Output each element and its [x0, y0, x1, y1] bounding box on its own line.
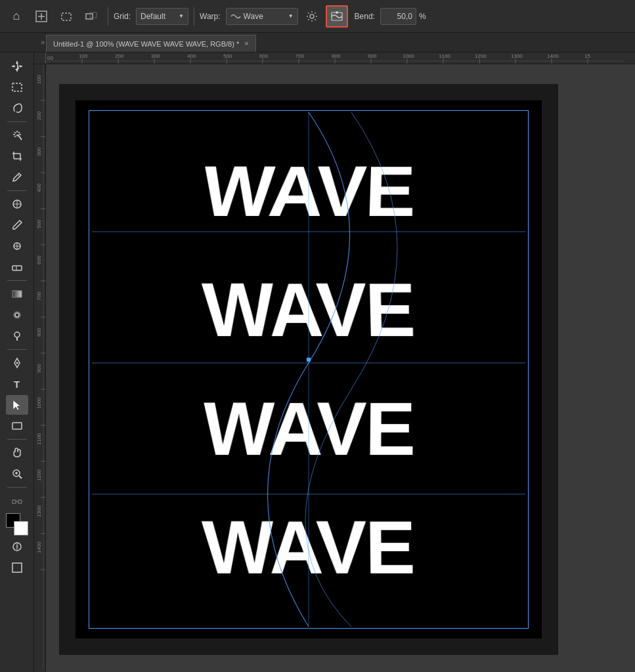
ruler-ticks: 00 100 200 300 400 500 600 700 8: [46, 52, 635, 64]
svg-text:100: 100: [36, 75, 42, 84]
move-tool-button[interactable]: [6, 56, 28, 76]
svg-text:1400: 1400: [36, 541, 42, 553]
transform-btn[interactable]: [80, 5, 102, 28]
brush-button[interactable]: [6, 215, 28, 235]
horizontal-ruler: 00 100 200 300 400 500 600 700 8: [34, 52, 635, 64]
marquee-tool-button[interactable]: [6, 77, 28, 97]
pen-icon: [11, 357, 23, 369]
marquee-tool-icon: [11, 81, 23, 93]
svg-text:700: 700: [36, 291, 42, 301]
magic-wand-button[interactable]: [6, 125, 28, 145]
svg-text:700: 700: [296, 53, 305, 59]
svg-line-26: [14, 136, 16, 137]
svg-line-31: [18, 175, 20, 177]
grid-dropdown[interactable]: Default ▼: [136, 8, 188, 25]
screen-mode-icon: [11, 562, 23, 574]
warp-label: Warp:: [200, 12, 221, 21]
crop-tool-button[interactable]: [6, 146, 28, 166]
clone-button[interactable]: [6, 236, 28, 256]
v-ruler-svg: 100 200 300 400 500 600 700 800: [34, 64, 46, 668]
shape-button[interactable]: [6, 416, 28, 436]
hand-icon: [11, 447, 23, 459]
eraser-icon: [11, 261, 23, 273]
type-button[interactable]: T: [6, 374, 28, 394]
gradient-button[interactable]: [6, 284, 28, 304]
document-tab[interactable]: Untitled-1 @ 100% (WAVE WAVE WAVE WAVE, …: [46, 35, 256, 52]
extra-tool-1[interactable]: [6, 491, 28, 511]
canvas-scroll[interactable]: WAVE WAVE WAVE WAVE: [46, 64, 635, 672]
svg-text:500: 500: [36, 219, 42, 228]
bend-unit: %: [419, 12, 426, 21]
tab-close-button[interactable]: ×: [244, 40, 248, 47]
quick-mask-button[interactable]: [6, 537, 28, 556]
wave-row-2: WAVE: [76, 272, 538, 348]
svg-text:800: 800: [332, 53, 341, 59]
home-button[interactable]: ⌂: [5, 5, 28, 28]
dodge-button[interactable]: [6, 326, 28, 346]
move-tool-btn[interactable]: [30, 5, 53, 28]
tab-bar: » Untitled-1 @ 100% (WAVE WAVE WAVE WAVE…: [0, 33, 635, 52]
wave-text-3: WAVE: [202, 391, 414, 467]
wave-row-4: WAVE: [76, 510, 540, 589]
svg-text:500: 500: [223, 53, 232, 59]
svg-point-43: [14, 332, 20, 337]
screen-mode-button[interactable]: [6, 558, 28, 578]
svg-line-19: [18, 135, 22, 140]
svg-point-45: [16, 362, 18, 364]
pen-button[interactable]: [6, 353, 28, 373]
svg-marker-15: [20, 65, 22, 68]
svg-text:1300: 1300: [511, 53, 523, 59]
svg-text:1300: 1300: [36, 505, 42, 517]
lasso-tool-icon: [11, 102, 23, 114]
eyedropper-button[interactable]: [6, 167, 28, 187]
brush-icon: [11, 219, 23, 231]
separator-1: [108, 7, 108, 26]
warp-settings-button[interactable]: [301, 5, 323, 28]
gradient-icon: [11, 288, 23, 300]
svg-line-24: [14, 132, 16, 133]
color-swatches[interactable]: [6, 513, 28, 536]
patch-button[interactable]: [6, 194, 28, 214]
tool-sep-2: [7, 190, 27, 191]
pointer-button[interactable]: [6, 395, 28, 415]
svg-text:1000: 1000: [36, 397, 42, 409]
canvas-with-ruler: 100 200 300 400 500 600 700 800: [34, 64, 635, 672]
crop-tool-icon: [11, 150, 23, 162]
svg-rect-4: [86, 14, 93, 19]
svg-point-6: [310, 14, 314, 18]
selection-handle: [307, 358, 311, 362]
warp-type-button[interactable]: [326, 5, 348, 28]
eraser-button[interactable]: [6, 257, 28, 277]
rect-select-btn[interactable]: [55, 5, 77, 28]
svg-marker-16: [16, 61, 18, 64]
extra-icon-1: [11, 495, 23, 507]
canvas-area: 00 100 200 300 400 500 600 700 8: [34, 52, 635, 672]
svg-text:15: 15: [584, 53, 590, 59]
vertical-ruler: 100 200 300 400 500 600 700 800: [34, 64, 46, 672]
tool-sep-5: [7, 439, 27, 440]
lasso-tool-button[interactable]: [6, 98, 28, 118]
transform-icon: [85, 10, 97, 22]
document-wrapper: WAVE WAVE WAVE WAVE: [59, 84, 558, 655]
tool-sep-1: [7, 121, 27, 122]
warp-dropdown[interactable]: Wave ▼: [226, 8, 298, 25]
tool-sep-3: [7, 280, 27, 281]
bend-input[interactable]: 50,0: [380, 8, 416, 25]
background-swatch[interactable]: [14, 521, 28, 536]
document-canvas[interactable]: WAVE WAVE WAVE WAVE: [76, 100, 542, 639]
home-icon: ⌂: [13, 9, 20, 23]
blur-icon: [11, 309, 23, 321]
svg-text:00: 00: [47, 55, 53, 61]
bend-label: Bend:: [355, 12, 375, 21]
hand-button[interactable]: [6, 443, 28, 463]
svg-rect-5: [90, 12, 97, 18]
panel-collapse-arrow[interactable]: »: [41, 38, 45, 46]
pointer-icon: [11, 399, 23, 411]
svg-text:1100: 1100: [439, 53, 450, 59]
blur-button[interactable]: [6, 305, 28, 325]
main-area: T: [0, 52, 635, 672]
svg-rect-47: [12, 423, 22, 429]
rect-select-icon: [60, 10, 72, 22]
zoom-button[interactable]: [6, 464, 28, 484]
svg-text:300: 300: [151, 53, 160, 59]
